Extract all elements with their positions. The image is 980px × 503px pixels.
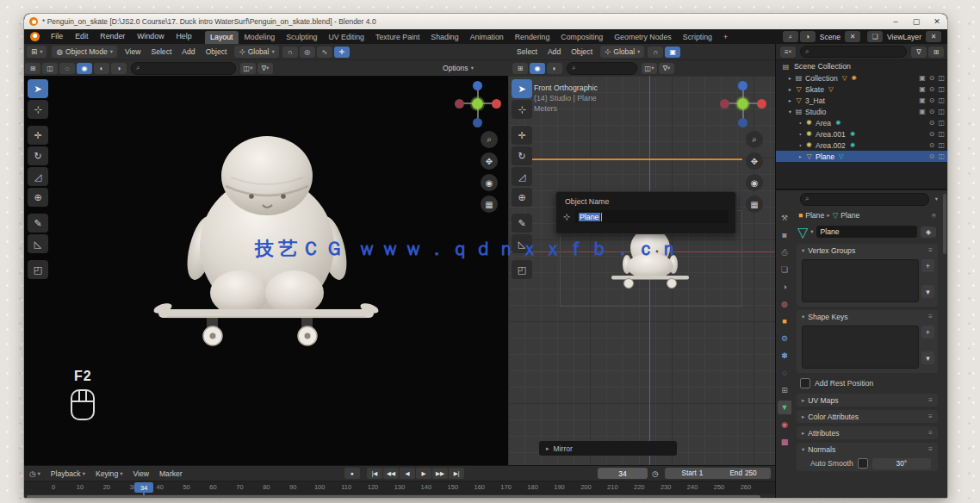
panel-menu-icon[interactable]: ≡ [928,429,933,437]
tool-add-cube[interactable]: ◰ [28,260,48,279]
workspace-tab-uv-editing[interactable]: UV Editing [323,31,370,44]
next-keyframe-button[interactable]: ▶▶ [432,468,448,479]
tool-annotate[interactable]: ✎ [28,214,48,233]
vertex-group-specials-dropdown[interactable]: ▾ [921,285,934,298]
expander-icon[interactable]: ▸ [786,86,794,93]
tool-transform[interactable]: ⊕ [28,188,48,207]
menu-help[interactable]: Help [171,29,198,44]
gizmo-x-negative[interactable] [455,99,464,109]
hide-eye-icon[interactable]: ⊙ [929,119,935,127]
tab-render[interactable]: ◙ [778,228,791,242]
panel-menu-icon[interactable]: ≡ [928,445,933,453]
menu-keying[interactable]: Keying ▾ [90,469,128,478]
workspace-tab-scripting[interactable]: Scripting [677,31,717,44]
gizmo-x-positive[interactable] [757,99,766,109]
gizmo-y-axis[interactable] [472,98,483,109]
add-vertex-group-button[interactable]: + [921,259,934,272]
snap-magnet-icon[interactable]: ∩ [282,47,298,58]
exclude-checkbox[interactable]: ▣ [919,96,926,104]
hide-eye-icon[interactable]: ⊙ [929,141,935,149]
camera-view-icon[interactable]: ◉ [746,174,763,191]
tab-object-data[interactable]: ▼ [778,401,791,414]
menu-add[interactable]: Add [177,47,200,56]
normals-header[interactable]: ▾ Normals ≡ [797,443,938,456]
tab-texture[interactable]: ▩ [778,435,791,449]
shading-solid-icon[interactable]: ◉ [530,63,545,74]
menu-window[interactable]: Window [131,29,170,44]
chevron-down-icon[interactable]: ▾ [810,228,813,235]
properties-scrollbar[interactable] [943,194,946,254]
gizmo-x-positive[interactable] [492,99,501,109]
tool-rotate[interactable]: ↻ [512,146,532,165]
hide-eye-icon[interactable]: ⊙ [929,130,935,138]
outliner-item-label[interactable]: Area.001 [816,130,846,139]
operator-panel-mirror[interactable]: ▸ Mirror [539,441,677,456]
outliner-row-scene-collection[interactable]: ▤ Scene Collection [776,60,947,72]
panel-menu-icon[interactable]: ≡ [928,413,933,420]
shape-keys-header[interactable]: ▾ Shape Keys ≡ [797,310,938,323]
color-attributes-header[interactable]: ▸ Color Attributes ≡ [797,410,938,423]
playhead-current-frame[interactable]: 34 [134,482,153,493]
orientation-dropdown-right[interactable]: ⊹ Global ▾ [600,46,644,58]
workspace-tab-sculpting[interactable]: Sculpting [281,31,323,44]
outliner-item-label[interactable]: Area [816,119,831,127]
menu-select[interactable]: Select [146,47,177,56]
gizmo-z-positive[interactable] [738,81,747,90]
start-frame-field[interactable]: Start 1 [665,468,720,479]
tab-scene[interactable]: ◑ [778,280,791,294]
outliner-row-plane[interactable]: ▸ ▽ Plane ▽ ⊙ ◫ [776,151,947,162]
overlay-chip[interactable]: ◫ [42,63,58,74]
uv-maps-header[interactable]: ▸ UV Maps ≡ [797,394,938,407]
disable-render-icon[interactable]: ◫ [938,130,945,138]
end-frame-field[interactable]: End 250 [716,468,771,479]
overlays-dropdown[interactable]: ◫ ▾ [642,63,657,74]
gizmo-z-positive[interactable] [473,81,482,90]
menu-file[interactable]: File [45,29,69,44]
attributes-header[interactable]: ▸ Attributes ≡ [797,426,938,439]
menu-object-right[interactable]: Object [566,47,598,56]
add-shape-key-button[interactable]: + [921,326,934,338]
tool-scale[interactable]: ◿ [28,167,48,186]
vertex-groups-header[interactable]: ▾ Vertex Groups ≡ [797,244,938,257]
editor-type-dropdown[interactable]: ≡ ▾ [780,47,796,58]
tool-rotate[interactable]: ↻ [28,146,48,165]
tab-physics[interactable]: ◌ [778,366,791,380]
properties-search-input[interactable]: ⌕ [800,193,929,206]
expander-icon[interactable]: ▸ [786,97,794,104]
tab-material[interactable]: ◉ [778,418,791,432]
disable-render-icon[interactable]: ◫ [938,108,945,115]
tool-select-box[interactable]: ➤ [512,79,532,98]
menu-render[interactable]: Render [94,29,131,44]
tab-view-layer[interactable]: ❏ [778,263,791,276]
tool-move[interactable]: ✛ [512,126,532,145]
gizmos-dropdown[interactable]: ∇ ▾ [659,63,674,74]
timeline-ruler[interactable]: 0102030405060708090100110120130140150160… [24,481,775,494]
properties-editor[interactable]: ⚒ ◙ ⎙ ❏ ◑ ◍ ■ ⚙ ✽ ◌ ⊞ ▼ ◉ ▩ [776,190,947,498]
expander-icon[interactable]: ▸ [802,413,804,420]
perspective-toggle-icon[interactable]: ▦ [481,196,498,213]
minimize-button[interactable]: – [885,14,906,29]
mode-dropdown[interactable]: ◍ Object Mode ▾ [52,46,117,58]
timeline-editor-dropdown[interactable]: ◷ ▾ [24,469,46,478]
exclude-checkbox[interactable]: ▣ [919,108,926,115]
workspace-tab-texture-paint[interactable]: Texture Paint [370,31,425,44]
disable-render-icon[interactable]: ◫ [938,96,945,104]
timeline-editor[interactable]: ◷ ▾ Playback ▾ Keying ▾ View Marker ● |◀… [24,465,775,498]
tab-output[interactable]: ⎙ [778,245,791,259]
tab-constraints[interactable]: ⊞ [778,383,791,397]
blender-logo-icon[interactable] [30,32,40,41]
viewlayer-selector[interactable]: ❏ ViewLayer ✕ [866,31,942,42]
viewport-3d-front-ortho[interactable]: Front Orthographic (14) Studio | Plane M… [508,76,775,465]
proportional-editing-icon[interactable]: ◎ [300,47,315,58]
gizmos-dropdown[interactable]: ∇ ▾ [257,63,273,74]
auto-keying-record-button[interactable]: ● [344,468,360,479]
viewlayer-name[interactable]: ViewLayer [887,33,921,41]
disable-render-icon[interactable]: ◫ [938,119,945,127]
filter-icon[interactable]: ∇ [911,47,927,58]
hide-eye-icon[interactable]: ⊙ [929,74,935,82]
auto-smooth-angle-field[interactable]: 30° [872,458,931,469]
outliner-item-label[interactable]: Skate [805,85,824,94]
outliner-row-area-001[interactable]: • ✺ Area.001 ✺ ⊙ ◫ [776,128,947,140]
breadcrumb-data[interactable]: Plane [840,211,859,220]
tab-object[interactable]: ■ [778,314,791,328]
